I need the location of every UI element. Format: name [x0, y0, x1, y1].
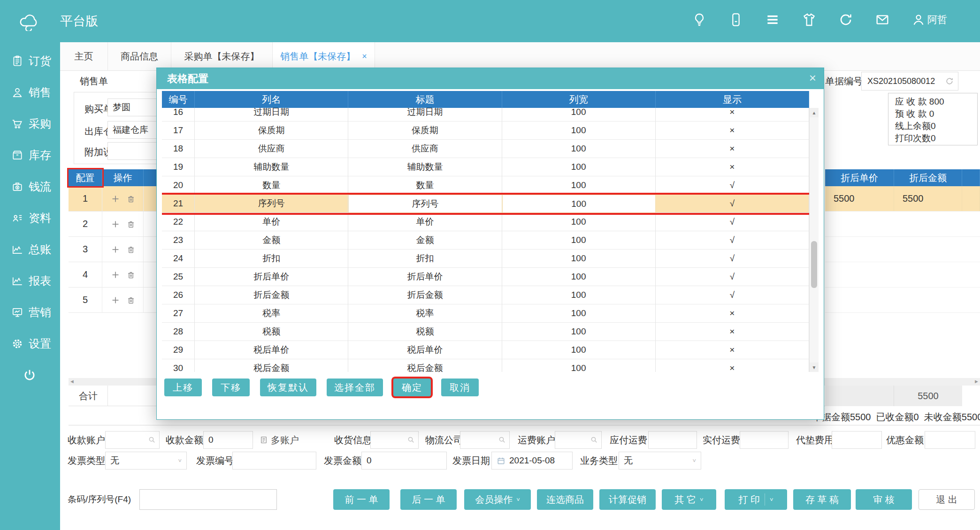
payment-amount-input[interactable] — [203, 431, 253, 449]
config-column-show[interactable]: × — [656, 121, 809, 140]
sidebar-item-dinghuo[interactable]: 订货 — [0, 45, 60, 76]
sidebar-item-ziliao[interactable]: 资料 — [0, 202, 60, 234]
shirt-icon[interactable] — [802, 12, 817, 27]
config-row[interactable]: 28 税额 税额 100 × — [162, 323, 809, 341]
modal-action-button[interactable]: 选择全部 — [327, 379, 383, 396]
modal-action-button[interactable]: 恢复默认 — [260, 379, 316, 396]
menu-icon[interactable] — [765, 12, 780, 27]
config-column-width[interactable]: 100 — [502, 341, 656, 359]
footer-action-button[interactable]: 打 印 ˅ — [725, 489, 787, 510]
config-row[interactable]: 25 折后单价 折后单价 100 √ — [162, 268, 809, 286]
config-column-width[interactable]: 100 — [502, 231, 656, 250]
item-row[interactable]: 2 — [69, 212, 159, 237]
invoice-amount-input[interactable] — [361, 452, 447, 469]
sidebar-item-baobiao[interactable]: 报表 — [0, 265, 60, 296]
multi-account-button[interactable]: 多账户 — [260, 431, 299, 449]
config-column-show[interactable]: × — [656, 359, 809, 372]
config-column-header[interactable]: 配置 — [69, 169, 102, 186]
delete-row-icon[interactable] — [126, 194, 136, 204]
footer-action-button[interactable]: 前 一 单 ˅ — [333, 489, 390, 510]
config-column-title[interactable]: 税率 — [348, 304, 502, 323]
config-row[interactable]: 26 折后金额 折后金额 100 √ — [162, 286, 809, 304]
sidebar-item-kucun[interactable]: 库存 — [0, 139, 60, 171]
footer-action-button[interactable]: 存 草 稿 ˅ — [793, 489, 851, 510]
config-column-width[interactable]: 100 — [502, 304, 656, 323]
delete-row-icon[interactable] — [126, 295, 136, 305]
add-row-icon[interactable] — [110, 270, 121, 280]
logistics-company-input[interactable] — [460, 431, 510, 449]
tab-close-icon[interactable]: × — [362, 52, 367, 61]
config-column-title[interactable]: 折扣 — [348, 250, 502, 268]
user-menu[interactable]: 阿哲 — [911, 13, 947, 27]
config-row[interactable]: 17 保质期 保质期 100 × — [162, 121, 809, 140]
config-column-show[interactable]: √ — [656, 286, 809, 304]
modal-close-icon[interactable]: × — [809, 71, 816, 85]
config-column-show[interactable]: √ — [656, 231, 809, 250]
scroll-right-icon[interactable]: ► — [974, 379, 979, 384]
config-column-width[interactable]: 100 — [502, 213, 656, 231]
config-column-show[interactable]: √ — [656, 176, 809, 195]
config-column-show[interactable]: × — [656, 341, 809, 359]
invoice-date-input[interactable]: 2021-05-08 — [491, 452, 573, 469]
add-row-icon[interactable] — [110, 295, 121, 305]
config-column-title[interactable]: 税额 — [348, 323, 502, 341]
footer-action-button[interactable]: 后 一 单 ˅ — [400, 489, 457, 510]
mail-icon[interactable] — [875, 12, 890, 27]
config-column-show[interactable]: √ — [656, 250, 809, 268]
sidebar-item-zongzhang[interactable]: 总账 — [0, 234, 60, 265]
delivery-info-input[interactable] — [370, 431, 419, 449]
config-column-title[interactable]: 保质期 — [348, 121, 502, 140]
bulb-icon[interactable] — [692, 12, 707, 27]
add-row-icon[interactable] — [110, 219, 121, 229]
modal-action-button[interactable]: 取消 — [441, 379, 479, 396]
config-column-width[interactable]: 100 — [502, 121, 656, 140]
config-column-title[interactable]: 税后金额 — [348, 359, 502, 372]
tab-home[interactable]: 主页 — [60, 42, 108, 71]
config-row[interactable]: 27 税率 税率 100 × — [162, 304, 809, 323]
footer-action-button[interactable]: 计算促销 ˅ — [599, 489, 656, 510]
config-column-title[interactable]: 折后单价 — [348, 268, 502, 286]
app-icon[interactable] — [728, 12, 743, 27]
config-row[interactable]: 22 单价 单价 100 √ — [162, 213, 809, 231]
config-column-show[interactable]: × — [656, 158, 809, 176]
footer-action-button[interactable]: 其 它 ˅ — [662, 489, 716, 510]
item-row[interactable]: 5 — [69, 288, 159, 313]
config-row[interactable]: 23 金额 金额 100 √ — [162, 231, 809, 250]
config-column-title[interactable]: 序列号 — [348, 195, 502, 213]
footer-action-button[interactable]: 审 核 ˅ — [856, 489, 912, 510]
tab-product-info[interactable]: 商品信息 — [108, 42, 171, 71]
config-column-title[interactable]: 数量 — [348, 176, 502, 195]
sidebar-item-qianliu[interactable]: 钱流 — [0, 171, 60, 202]
item-row[interactable]: 1 — [69, 186, 159, 212]
invoice-type-select[interactable]: 无 ˅ — [105, 452, 187, 469]
sidebar-item-xiaoshou[interactable]: 销售 — [0, 76, 60, 108]
config-column-width[interactable]: 100 — [502, 323, 656, 341]
sidebar-item-shezhi[interactable]: 设置 — [0, 328, 60, 359]
config-column-width[interactable]: 100 — [502, 108, 656, 121]
sidebar-item-yingxiao[interactable]: 营销 — [0, 296, 60, 328]
add-row-icon[interactable] — [110, 244, 121, 255]
modal-action-button[interactable]: 上移 — [164, 379, 202, 396]
config-row[interactable]: 16 过期日期 过期日期 100 × — [162, 108, 809, 121]
config-column-title[interactable]: 折后金额 — [348, 286, 502, 304]
scrollbar-thumb[interactable] — [811, 241, 817, 288]
invoice-number-input[interactable] — [232, 452, 316, 469]
config-column-width[interactable]: 100 — [502, 359, 656, 372]
tab-sales-order[interactable]: 销售单【未保存】 × — [273, 42, 375, 71]
barcode-input[interactable] — [139, 489, 277, 510]
logout-button[interactable] — [0, 359, 60, 391]
config-row[interactable]: 21 序列号 序列号 100 √ — [162, 195, 809, 213]
config-column-show[interactable]: √ — [656, 213, 809, 231]
config-column-show[interactable]: × — [656, 140, 809, 158]
footer-action-button[interactable]: 退 出 ˅ — [919, 489, 975, 510]
config-row[interactable]: 24 折扣 折扣 100 √ — [162, 250, 809, 268]
modal-action-button[interactable]: 确定 — [393, 379, 431, 396]
payment-account-input[interactable] — [105, 431, 160, 449]
regenerate-doc-number-icon[interactable] — [945, 76, 954, 86]
tab-purchase-order[interactable]: 采购单【未保存】 — [171, 42, 273, 71]
config-column-show[interactable]: × — [656, 323, 809, 341]
discount-amount-input[interactable] — [925, 431, 975, 449]
config-column-title[interactable]: 过期日期 — [348, 108, 502, 121]
advance-fee-input[interactable] — [832, 431, 882, 449]
delete-row-icon[interactable] — [126, 270, 136, 280]
